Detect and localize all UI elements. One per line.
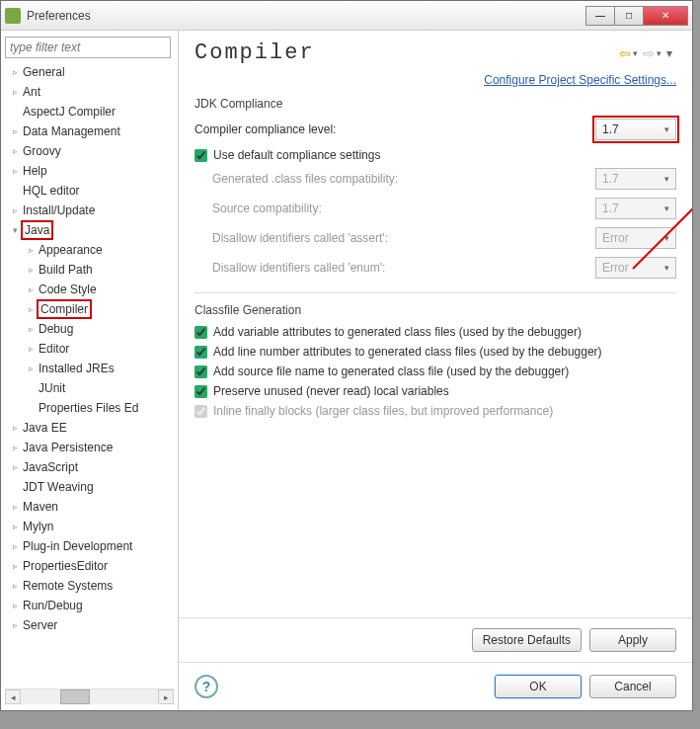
compliance-level-label: Compiler compliance level: [194, 122, 595, 136]
sidebar: ▹General▹AntAspectJ Compiler▹Data Manage… [1, 31, 179, 710]
compliance-level-select[interactable]: 1.7 [595, 119, 676, 140]
close-button[interactable]: ✕ [643, 6, 688, 26]
forward-icon[interactable]: ⇨ [643, 45, 655, 61]
forward-menu-icon[interactable]: ▾ [657, 48, 661, 58]
tree-item-java-persistence[interactable]: ▹Java Persistence [5, 438, 174, 457]
tree-item-javascript[interactable]: ▹JavaScript [5, 457, 174, 477]
minimize-button[interactable]: — [585, 6, 615, 26]
tree-item-java-ee[interactable]: ▹Java EE [5, 418, 174, 438]
page-title: Compiler [194, 40, 618, 65]
add-line-checkbox[interactable]: Add line number attributes to generated … [194, 345, 676, 359]
filter-input[interactable] [5, 37, 171, 58]
tree-item-java[interactable]: ▾Java [5, 220, 174, 240]
tree-item-ant[interactable]: ▹Ant [5, 82, 174, 102]
tree-item-mylyn[interactable]: ▹Mylyn [5, 517, 174, 536]
chevron-right-icon[interactable]: ▹ [25, 324, 37, 334]
tree-item-install-update[interactable]: ▹Install/Update [5, 201, 174, 220]
chevron-right-icon[interactable]: ▹ [9, 87, 21, 97]
disallow-enum-label: Disallow identifiers called 'enum': [212, 261, 595, 275]
chevron-right-icon[interactable]: ▹ [25, 364, 37, 373]
chevron-right-icon[interactable]: ▹ [9, 146, 21, 156]
tree-item-installed-jres[interactable]: ▹Installed JREs [5, 359, 174, 378]
preferences-dialog: Preferences — □ ✕ ▹General▹AntAspectJ Co… [0, 0, 693, 711]
tree-item-maven[interactable]: ▹Maven [5, 497, 174, 517]
chevron-right-icon[interactable]: ▹ [25, 284, 37, 294]
tree-item-code-style[interactable]: ▹Code Style [5, 280, 174, 299]
window-title: Preferences [27, 9, 586, 23]
use-default-input[interactable] [194, 149, 207, 162]
classfile-group: Classfile Generation [194, 303, 676, 317]
add-source-checkbox[interactable]: Add source file name to generated class … [194, 364, 676, 378]
tree-item-general[interactable]: ▹General [5, 62, 174, 82]
tree-item-editor[interactable]: ▹Editor [5, 339, 174, 359]
tree-item-build-path[interactable]: ▹Build Path [5, 260, 174, 280]
titlebar[interactable]: Preferences — □ ✕ [1, 1, 692, 31]
project-settings-link[interactable]: Configure Project Specific Settings... [484, 73, 676, 87]
view-menu-icon[interactable]: ▾ [666, 46, 672, 60]
main-panel: Compiler ⇦▾ ⇨▾ ▾ Configure Project Speci… [179, 31, 692, 710]
source-compat-select: 1.7 [595, 198, 676, 219]
disallow-assert-label: Disallow identifiers called 'assert': [212, 231, 595, 245]
chevron-right-icon[interactable]: ▹ [9, 166, 21, 176]
chevron-right-icon[interactable]: ▹ [9, 620, 21, 630]
tree-item-appearance[interactable]: ▹Appearance [5, 240, 174, 260]
help-icon[interactable]: ? [194, 675, 218, 698]
maximize-button[interactable]: □ [614, 6, 644, 26]
preferences-tree[interactable]: ▹General▹AntAspectJ Compiler▹Data Manage… [5, 62, 174, 688]
tree-item-run-debug[interactable]: ▹Run/Debug [5, 596, 174, 615]
chevron-right-icon[interactable]: ▹ [9, 581, 21, 591]
chevron-right-icon[interactable]: ▹ [9, 561, 21, 571]
chevron-right-icon[interactable]: ▹ [9, 502, 21, 512]
disallow-assert-select: Error [595, 227, 676, 249]
tree-item-help[interactable]: ▹Help [5, 161, 174, 181]
ok-button[interactable]: OK [495, 675, 582, 698]
tree-item-remote-systems[interactable]: ▹Remote Systems [5, 576, 174, 596]
chevron-right-icon[interactable]: ▹ [9, 423, 21, 433]
chevron-right-icon[interactable]: ▹ [9, 541, 21, 551]
preserve-unused-checkbox[interactable]: Preserve unused (never read) local varia… [194, 384, 676, 398]
use-default-checkbox[interactable]: Use default compliance settings [194, 148, 676, 162]
chevron-right-icon[interactable]: ▹ [9, 67, 21, 77]
disallow-enum-select: Error [595, 257, 676, 279]
tree-item-compiler[interactable]: ▹Compiler [5, 299, 174, 319]
source-compat-label: Source compatibility: [212, 202, 595, 215]
add-variable-checkbox[interactable]: Add variable attributes to generated cla… [194, 325, 676, 339]
chevron-right-icon[interactable]: ▹ [9, 462, 21, 472]
tree-item-server[interactable]: ▹Server [5, 615, 174, 635]
chevron-right-icon[interactable]: ▹ [25, 304, 37, 314]
chevron-right-icon[interactable]: ▹ [9, 443, 21, 452]
jdk-compliance-group: JDK Compliance [194, 97, 676, 111]
chevron-down-icon[interactable]: ▾ [9, 225, 21, 235]
tree-item-debug[interactable]: ▹Debug [5, 319, 174, 339]
inline-finally-checkbox: Inline finally blocks (larger class file… [194, 404, 676, 418]
back-icon[interactable]: ⇦ [619, 45, 631, 61]
chevron-right-icon[interactable]: ▹ [25, 245, 37, 255]
tree-item-hql-editor[interactable]: HQL editor [5, 181, 174, 201]
back-menu-icon[interactable]: ▾ [633, 48, 638, 58]
tree-item-aspectj-compiler[interactable]: AspectJ Compiler [5, 102, 174, 122]
tree-item-plug-in-development[interactable]: ▹Plug-in Development [5, 536, 174, 556]
chevron-right-icon[interactable]: ▹ [9, 601, 21, 610]
tree-item-data-management[interactable]: ▹Data Management [5, 122, 174, 141]
tree-item-groovy[interactable]: ▹Groovy [5, 141, 174, 161]
cancel-button[interactable]: Cancel [589, 675, 676, 698]
chevron-right-icon[interactable]: ▹ [25, 344, 37, 354]
horizontal-scrollbar[interactable]: ◂▸ [5, 688, 174, 704]
chevron-right-icon[interactable]: ▹ [9, 126, 21, 136]
restore-defaults-button[interactable]: Restore Defaults [472, 628, 582, 652]
tree-item-propertieseditor[interactable]: ▹PropertiesEditor [5, 556, 174, 576]
chevron-right-icon[interactable]: ▹ [9, 522, 21, 531]
apply-button[interactable]: Apply [589, 628, 676, 652]
tree-item-jdt-weaving[interactable]: JDT Weaving [5, 477, 174, 497]
tree-item-properties-files-ed[interactable]: Properties Files Ed [5, 398, 174, 418]
tree-item-junit[interactable]: JUnit [5, 378, 174, 398]
chevron-right-icon[interactable]: ▹ [9, 205, 21, 215]
app-icon [5, 8, 21, 24]
generated-class-select: 1.7 [595, 168, 676, 190]
generated-class-label: Generated .class files compatibility: [212, 172, 595, 186]
chevron-right-icon[interactable]: ▹ [25, 265, 37, 275]
